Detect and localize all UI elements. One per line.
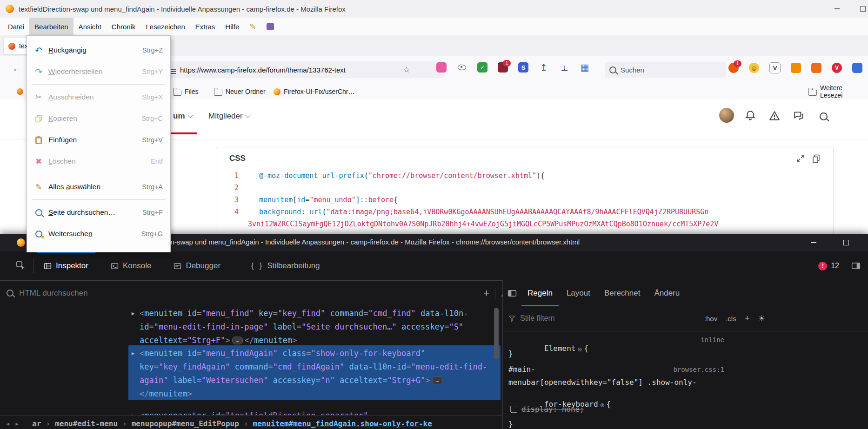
declaration-checkbox[interactable]	[510, 406, 517, 413]
rule-source[interactable]: browser.css:1	[650, 366, 724, 373]
markup-line-selected[interactable]: again" label="Weitersuchen" accesskey="n…	[140, 374, 445, 387]
menubar-item-hilfe[interactable]: Hilfe	[220, 18, 244, 35]
expand-arrow-icon[interactable]: ▶	[129, 409, 137, 415]
bookmark-favicon-orange[interactable]	[17, 88, 23, 95]
menu-item-loeschen[interactable]: ✖ Löschen Entf	[27, 151, 170, 172]
eye-extension-icon[interactable]	[457, 62, 467, 73]
markup-line-selected[interactable]: key="key_findAgain" command="cmd_findAga…	[140, 360, 487, 374]
notifications-bell-icon[interactable]	[744, 110, 756, 122]
error-icon[interactable]: !	[818, 262, 827, 271]
tab-aenderungen[interactable]: Änderu	[648, 280, 686, 306]
bookmark-item[interactable]: Neuer Ordner	[210, 84, 269, 99]
menubar-item-lesezeichen[interactable]: Lesezeichen	[141, 18, 190, 35]
expand-arrow-icon[interactable]: ▶	[129, 307, 137, 320]
bookmark-item[interactable]: Files	[169, 84, 202, 99]
menu-item-seite-durchsuchen[interactable]: Seite durchsuchen… Strg+F	[27, 202, 170, 223]
minimize-button[interactable]	[826, 0, 848, 18]
pick-element-icon[interactable]	[16, 261, 26, 271]
markup-line-selected[interactable]: </menuitem>	[140, 387, 192, 401]
rule-element[interactable]: Element◎{	[508, 335, 588, 362]
menu-item-ausschneiden[interactable]: ✂ Ausschneiden Strg+X	[27, 86, 170, 108]
sidebar-toggle-icon[interactable]	[507, 289, 517, 298]
menubar-item-chronik[interactable]: Chronik	[107, 18, 141, 35]
red-shield-extension-icon[interactable]: 1	[498, 62, 508, 73]
copy-code-icon[interactable]	[812, 154, 821, 163]
markup-line[interactable]: <menuseparator id="textfieldDirection-se…	[140, 409, 368, 415]
back-button[interactable]: ←	[12, 62, 22, 74]
alerts-warning-icon[interactable]	[768, 110, 781, 122]
breadcrumb-forward-icon[interactable]: ▸	[15, 419, 20, 428]
orange-badge-extension-icon[interactable]: 1	[728, 63, 739, 73]
share-icon[interactable]: ↥	[539, 62, 549, 73]
pseudo-class-toggle[interactable]: :hov	[702, 314, 719, 323]
tab-regeln[interactable]: Regeln	[521, 280, 559, 306]
menu-item-weitersuchen[interactable]: Weitersuchen Strg+G	[27, 223, 170, 244]
menu-item-kopieren[interactable]: Kopieren Strg+C	[27, 108, 170, 129]
breadcrumb-item-selected[interactable]: menuitem#menu_findAgain.show-only-for-ke	[253, 419, 432, 428]
blue-extension-icon[interactable]	[852, 63, 862, 73]
menu-item-alles-auswaehlen[interactable]: ✎ Alles auswählen Strg+A	[27, 176, 170, 198]
markup-search-input[interactable]: HTML durchsuchen +	[0, 280, 516, 306]
toolbox-maximize-button[interactable]	[835, 234, 857, 251]
messages-chat-icon[interactable]	[793, 110, 805, 122]
breadcrumb-item[interactable]: ar	[32, 419, 41, 428]
menubar-item-extras[interactable]: Extras	[190, 18, 220, 35]
tab-konsole[interactable]: Konsole	[104, 251, 158, 280]
bookmark-star-icon[interactable]: ☆	[403, 65, 410, 75]
menu-item-einfuegen[interactable]: Einfügen Strg+V	[27, 129, 170, 151]
tab-inspektor[interactable]: Inspektor	[37, 251, 95, 280]
rule-declaration[interactable]: display: none;	[510, 405, 584, 414]
v-box-extension-icon[interactable]: V	[769, 62, 781, 73]
menubar-addon-icon-2[interactable]	[261, 18, 279, 35]
search-input[interactable]: Suchen	[605, 62, 726, 78]
maximize-button[interactable]	[852, 0, 868, 18]
green-shield-extension-icon[interactable]: ✓	[477, 62, 487, 73]
url-bar[interactable]: https://www.camp-firefox.de/forum/thema/…	[165, 61, 444, 78]
error-count[interactable]: 12	[831, 262, 839, 270]
dock-icon[interactable]	[851, 261, 861, 271]
forum-search-icon[interactable]	[820, 112, 828, 120]
selector-highlighter-icon[interactable]: ◎	[578, 345, 582, 352]
toolbox-minimize-button[interactable]	[803, 234, 824, 251]
add-rule-icon[interactable]: +	[743, 312, 752, 324]
add-node-icon[interactable]: +	[483, 287, 489, 299]
menubar-addon-icon-1[interactable]: ✎	[244, 18, 261, 35]
download-icon[interactable]: ↓	[559, 62, 569, 73]
pink-extension-icon[interactable]	[436, 62, 447, 73]
menubar-item-datei[interactable]: Datei	[3, 18, 29, 35]
style-filter-placeholder[interactable]: Stile filtern	[520, 314, 555, 323]
rule-source[interactable]: inline	[650, 336, 724, 343]
menubar-item-bearbeiten[interactable]: Bearbeiten	[29, 18, 73, 35]
menu-item-wiederherstellen[interactable]: ↷ Wiederherstellen Strg+Y	[27, 61, 170, 82]
markup-line[interactable]: acceltext="Strg+F">…</menuitem>	[140, 334, 297, 347]
breadcrumb-item[interactable]: menu#edit-menu	[55, 419, 118, 428]
bookmark-item[interactable]: Firefox-UI-Fix/userChr…	[270, 84, 358, 99]
orange-red-extension-icon[interactable]	[811, 63, 821, 73]
tab-stilbearbeitung[interactable]: { } Stilbearbeitung	[243, 251, 327, 280]
expand-icon[interactable]	[796, 154, 805, 163]
avatar[interactable]	[719, 108, 734, 123]
tab-berechnet[interactable]: Berechnet	[598, 280, 647, 306]
menubar-item-ansicht[interactable]: Ansicht	[73, 18, 107, 35]
rule-selector[interactable]: #main-	[508, 365, 535, 374]
menu-item-rueckgaengig[interactable]: ↶ Rückgängig Strg+Z	[27, 40, 170, 61]
color-scheme-icon[interactable]: ☀	[756, 313, 767, 324]
stylus-extension-icon[interactable]: S	[518, 62, 528, 73]
bookmarks-overflow[interactable]: Weitere Lesezei	[805, 84, 868, 99]
forum-nav-members[interactable]: Mitglieder	[208, 112, 250, 121]
rule-selector[interactable]: menubar[openedwithkey="false"] .show-onl…	[508, 378, 697, 387]
breadcrumb-back-icon[interactable]: ◂	[6, 419, 10, 428]
expand-arrow-icon[interactable]: ▶	[129, 347, 137, 360]
red-v-extension-icon[interactable]: V	[832, 63, 842, 73]
tab-debugger[interactable]: Debugger	[167, 251, 227, 280]
markup-line-selected[interactable]: <menuitem id="menu_findAgain" class="sho…	[140, 347, 425, 360]
tab-layout[interactable]: Layout	[561, 280, 596, 306]
markup-line[interactable]: <menuitem id="menu_find" key="key_find" …	[140, 307, 468, 320]
smiley-extension-icon[interactable]: ☺	[749, 63, 759, 73]
orange-extension-icon[interactable]	[791, 63, 801, 73]
class-toggle[interactable]: .cls	[724, 314, 738, 323]
grid-extension-icon[interactable]: ▦	[580, 62, 590, 73]
forum-nav-tab[interactable]: um	[173, 112, 192, 121]
markup-scrollbar[interactable]	[494, 308, 499, 360]
breadcrumb-item[interactable]: menupopup#menu_EditPopup	[132, 419, 239, 428]
